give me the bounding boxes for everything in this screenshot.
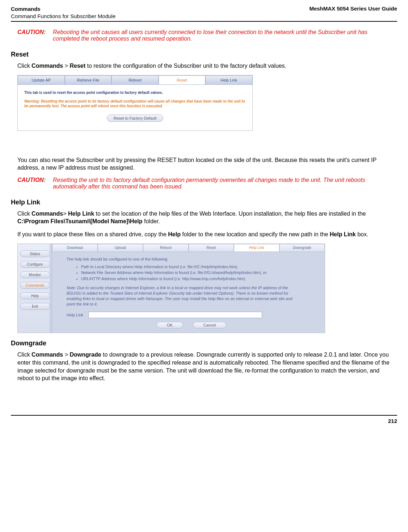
tab-update-ap[interactable]: Update AP	[18, 75, 65, 85]
tab-reboot[interactable]: Reboot	[143, 244, 189, 252]
helplink-field-row: Help Link	[67, 312, 316, 318]
helplink-tabstrip: Download Upload Reboot Reset Help Link D…	[52, 244, 325, 252]
helplink-intro: The help link should be configured to on…	[67, 257, 316, 261]
reset-tabstrip: Update AP Retrieve File Reboot Reset Hel…	[18, 75, 252, 85]
reset-paragraph-1: Click Commands > Reset to restore the co…	[17, 62, 391, 70]
sidebar-item-monitor[interactable]: Monitor	[20, 271, 50, 278]
screenshot-reset-tab: Update AP Retrieve File Reboot Reset Hel…	[17, 75, 253, 131]
tab-reset[interactable]: Reset	[159, 75, 206, 85]
helplink-buttons: OK Cancel	[67, 322, 316, 328]
caution-label: CAUTION:	[17, 29, 49, 42]
helplink-note: Note: Due to security changes in Interne…	[67, 285, 316, 307]
header-left: Commands Command Functions for Subscribe…	[11, 5, 115, 20]
caution-reboot: CAUTION: Rebooting the unit causes all u…	[17, 29, 397, 42]
helplink-field-label: Help Link	[67, 313, 83, 317]
page-footer: 212	[11, 415, 397, 424]
reset-factory-button[interactable]: Reset to Factory Default	[107, 115, 164, 122]
section-title-reset: Reset	[11, 51, 397, 58]
helplink-bullet: Path to Local Directory where Help Infor…	[81, 264, 316, 270]
header-subsection: Command Functions for Subscriber Module	[11, 13, 115, 20]
reset-button-row: Reset to Factory Default	[24, 115, 246, 122]
tab-reset[interactable]: Reset	[189, 244, 234, 252]
sidebar: Status Configure Monitor Commands Help E…	[18, 244, 52, 333]
section-title-help-link: Help Link	[11, 199, 397, 206]
helplink-bullet: URL/HTTP Address where Help Information …	[81, 276, 316, 282]
header-guide-title: MeshMAX 5054 Series User Guide	[309, 5, 397, 20]
reset-warning: Warning: Resetting the access point to i…	[24, 99, 246, 109]
page-header: Commands Command Functions for Subscribe…	[11, 5, 397, 22]
helplink-paragraph-2: If you want to place these files on a sh…	[17, 230, 391, 238]
tab-help-link[interactable]: Help Link	[205, 75, 252, 85]
sidebar-item-status[interactable]: Status	[20, 250, 50, 257]
caution-text: Resetting the unit to its factory defaul…	[53, 177, 397, 190]
screenshot-help-link: Status Configure Monitor Commands Help E…	[17, 244, 325, 333]
caution-reset: CAUTION: Resetting the unit to its facto…	[17, 177, 397, 190]
helplink-bullet: Network File Server Address where Help I…	[81, 270, 316, 275]
tab-upload[interactable]: Upload	[98, 244, 143, 252]
tab-download[interactable]: Download	[52, 244, 98, 252]
helplink-content: The help link should be configured to on…	[52, 252, 325, 333]
reset-description: This tab is used to reset the access poi…	[24, 91, 246, 95]
caution-text: Rebooting the unit causes all users curr…	[53, 29, 397, 42]
caution-label: CAUTION:	[17, 177, 49, 190]
helplink-bullets: Path to Local Directory where Help Infor…	[81, 264, 316, 282]
helplink-paragraph-1: Click Commands> Help Link to set the loc…	[17, 210, 391, 225]
tab-downgrade[interactable]: Downgrade	[279, 244, 325, 252]
reset-tab-body: This tab is used to reset the access poi…	[18, 85, 252, 130]
header-section: Commands	[11, 5, 115, 13]
tab-reboot[interactable]: Reboot	[112, 75, 159, 85]
tab-help-link[interactable]: Help Link	[234, 244, 279, 252]
helplink-main: Download Upload Reboot Reset Help Link D…	[52, 244, 325, 333]
sidebar-item-help[interactable]: Help	[20, 292, 50, 299]
tab-retrieve-file[interactable]: Retrieve File	[65, 75, 112, 85]
ok-button[interactable]: OK	[156, 322, 183, 328]
section-title-downgrade: Downgrade	[11, 340, 397, 347]
sidebar-item-exit[interactable]: Exit	[20, 303, 50, 310]
downgrade-paragraph: Click Commands > Downgrade to downgrade …	[17, 351, 391, 382]
sidebar-item-commands[interactable]: Commands	[20, 282, 50, 289]
sidebar-item-configure[interactable]: Configure	[20, 261, 50, 268]
page-number: 212	[388, 418, 397, 424]
reset-paragraph-2: You can also reset the Subscriber unit b…	[17, 156, 391, 172]
helplink-input[interactable]	[88, 312, 262, 318]
cancel-button[interactable]: Cancel	[193, 322, 226, 328]
